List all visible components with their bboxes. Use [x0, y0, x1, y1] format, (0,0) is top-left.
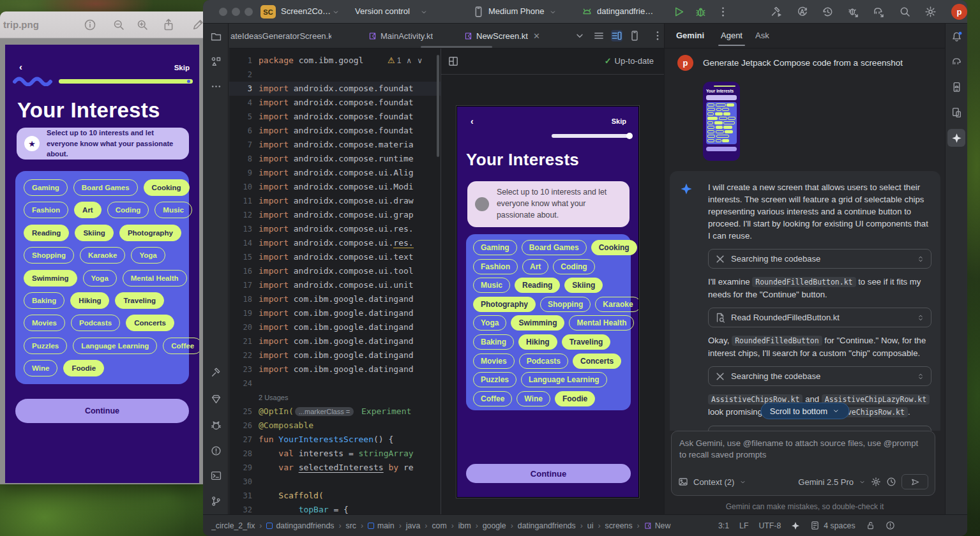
app-quality-insights-icon[interactable] — [207, 416, 225, 434]
code-line[interactable]: 2 — [229, 68, 441, 82]
gemini-status-icon[interactable] — [791, 521, 800, 530]
zoom-out-icon[interactable] — [112, 19, 125, 31]
build-run-icon[interactable] — [771, 6, 783, 18]
code-line[interactable]: 12import androidx.compose.ui.grap — [229, 208, 441, 222]
code-line[interactable]: 23import com.ibm.google.datingand — [229, 362, 441, 376]
more-tools-icon[interactable] — [207, 77, 225, 95]
expand-chevrons-icon[interactable] — [917, 313, 924, 322]
running-devices-icon[interactable] — [947, 103, 965, 121]
tab-dateideasgeneratorscreen[interactable]: ateIdeasGeneratorScreen.kt — [230, 24, 331, 48]
gemini-prompt-input[interactable]: Ask Gemini, use @filename to attach sour… — [671, 431, 935, 496]
tab-scrollbar[interactable] — [421, 46, 492, 48]
code-line[interactable]: 21import com.ibm.google.datingand — [229, 334, 441, 348]
usages-hint[interactable]: 2 Usages — [259, 394, 288, 401]
project-selector[interactable]: Screen2Co… — [281, 6, 331, 16]
close-window-button[interactable] — [219, 8, 227, 16]
code-line[interactable]: 26@Composable — [229, 419, 441, 433]
caret-position[interactable]: 3:1 — [718, 521, 729, 530]
search-everywhere-icon[interactable] — [899, 6, 911, 18]
editor-view-mode-icon[interactable] — [593, 30, 605, 41]
zoom-window-button[interactable] — [245, 8, 253, 16]
gemini-tool-icon[interactable] — [947, 129, 965, 147]
preview-layout-icon[interactable] — [448, 56, 459, 67]
code-line[interactable]: 13import androidx.compose.ui.res. — [229, 222, 441, 236]
tab-ask[interactable]: Ask — [755, 31, 769, 40]
next-problem-icon[interactable]: ∨ — [417, 56, 423, 65]
dependencies-tool-icon[interactable] — [207, 390, 225, 408]
attach-debugger-icon[interactable] — [847, 6, 859, 18]
breadcrumbs[interactable]: _circle_2_fix›datingandfriends›src›main›… — [211, 521, 714, 530]
more-actions-icon[interactable] — [717, 6, 729, 18]
device-selector[interactable]: Medium Phone — [488, 6, 544, 16]
code-line[interactable]: 20import com.ibm.google.datingand — [229, 320, 441, 334]
breadcrumb-item[interactable]: google — [483, 521, 506, 530]
code-line[interactable]: 24 — [229, 376, 441, 391]
code-line[interactable]: 8import androidx.compose.runtime — [229, 152, 441, 166]
vcs-widget[interactable]: Version control — [355, 6, 410, 16]
expand-chevrons-icon[interactable] — [917, 255, 924, 264]
history-icon[interactable] — [886, 477, 896, 487]
inspections-widget[interactable]: ⚠1 ∧ ∨ — [388, 56, 423, 65]
code-line[interactable]: 16import androidx.compose.ui.tool — [229, 264, 441, 278]
gemini-settings-icon[interactable] — [871, 477, 881, 487]
breadcrumb-item[interactable]: main — [368, 521, 395, 530]
tab-mainactivity[interactable]: MainActivity.kt — [368, 24, 433, 48]
code-line[interactable]: 6import androidx.compose.foundat — [229, 124, 441, 138]
run-configuration-selector[interactable]: datingandfrie… — [597, 6, 653, 16]
scroll-to-bottom-button[interactable]: Scroll to bottom — [760, 403, 849, 419]
problems-tool-icon[interactable] — [207, 442, 225, 459]
tab-newscreen[interactable]: NewScreen.kt ✕ — [464, 24, 540, 48]
code-line[interactable]: 10import androidx.compose.ui.Modi — [229, 180, 441, 194]
breadcrumb-item[interactable]: ui — [587, 521, 594, 530]
local-history-icon[interactable] — [822, 6, 834, 18]
code-line[interactable]: 28 val interests = stringArray — [229, 447, 441, 461]
preview-device-icon[interactable] — [629, 30, 640, 41]
notifications-icon[interactable] — [947, 27, 965, 45]
tool-call-read-file[interactable]: Read RoundedFilledButton.kt — [708, 308, 931, 327]
code-line[interactable]: 27fun YourInterestsScreen() { — [229, 433, 441, 447]
tool-call-search-codebase[interactable]: Searching the codebase — [708, 249, 931, 269]
breadcrumb-item[interactable]: datingandfriends — [518, 521, 576, 530]
code-line[interactable]: 15import androidx.compose.ui.text — [229, 250, 441, 264]
prev-problem-icon[interactable]: ∧ — [406, 56, 412, 65]
code-line[interactable]: 25@OptIn(...markerClass = Experiment — [229, 405, 441, 419]
close-tab-icon[interactable]: ✕ — [533, 31, 540, 41]
breadcrumb-item[interactable]: ibm — [458, 521, 471, 530]
structure-tool-icon[interactable] — [207, 52, 225, 70]
minimize-window-button[interactable] — [232, 8, 240, 16]
zoom-in-icon[interactable] — [136, 19, 149, 31]
gemini-chat-area[interactable]: p Generate Jetpack Compose code from a s… — [665, 48, 945, 431]
gradle-tool-icon[interactable] — [947, 52, 965, 70]
edit-pencil-icon[interactable] — [192, 19, 203, 31]
code-line[interactable]: 7import androidx.compose.materia — [229, 138, 441, 152]
gradle-sync-icon[interactable] — [873, 6, 885, 18]
breadcrumb-item[interactable]: New — [644, 521, 671, 530]
debug-button[interactable] — [695, 6, 707, 18]
info-icon[interactable] — [84, 19, 96, 31]
attach-image-icon[interactable] — [678, 477, 688, 487]
code-line[interactable]: 4import androidx.compose.foundat — [229, 96, 441, 110]
build-tool-icon[interactable] — [207, 363, 225, 381]
terminal-tool-icon[interactable] — [207, 466, 225, 484]
project-tool-icon[interactable] — [207, 27, 225, 45]
code-line[interactable]: 11import androidx.compose.ui.draw — [229, 194, 441, 208]
code-line[interactable]: 29 var selectedInterests by re — [229, 461, 441, 475]
line-ending[interactable]: LF — [739, 521, 748, 530]
breadcrumb-item[interactable]: java — [406, 521, 421, 530]
code-line[interactable]: 14import androidx.compose.ui.res. — [229, 236, 441, 250]
readonly-lock-icon[interactable] — [866, 521, 875, 530]
tab-agent[interactable]: Agent — [721, 31, 743, 40]
code-line[interactable]: 3import androidx.compose.foundat — [229, 82, 441, 96]
indent-widget[interactable]: 4 spaces — [810, 521, 855, 530]
breadcrumb-item[interactable]: datingandfriends — [266, 521, 334, 530]
settings-gear-icon[interactable] — [924, 6, 937, 18]
inspections-status-icon[interactable] — [886, 521, 895, 530]
code-lines[interactable]: 1package com.ibm.googl23import androidx.… — [229, 54, 441, 514]
code-line[interactable]: 31 Scaffold( — [229, 489, 441, 503]
code-line[interactable]: 18import com.ibm.google.datingand — [229, 292, 441, 306]
code-line[interactable]: 2 Usages — [229, 391, 441, 405]
tool-call-search-codebase[interactable]: Searching the codebase — [708, 366, 931, 386]
breadcrumb-item[interactable]: com — [432, 521, 446, 530]
tool-call-read-file[interactable]: Read AssistiveChipsRow.kt — [708, 426, 931, 431]
breadcrumb-item[interactable]: _circle_2_fix — [211, 521, 255, 530]
